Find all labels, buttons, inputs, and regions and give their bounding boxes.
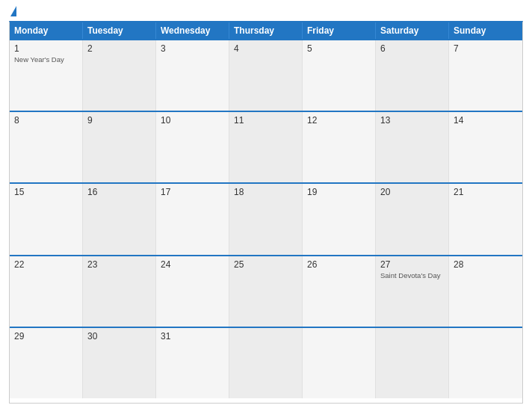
day-number: 7: [454, 43, 518, 54]
day-number: 17: [161, 187, 224, 197]
cal-cell: 15: [10, 184, 83, 254]
cal-cell: 9: [83, 112, 156, 182]
day-header-saturday: Saturday: [376, 22, 449, 39]
day-number: 19: [307, 187, 371, 197]
cal-cell: 25: [229, 256, 303, 327]
cal-cell: 23: [83, 256, 156, 327]
cal-cell: 24: [156, 256, 229, 327]
day-number: 22: [14, 259, 78, 270]
holiday-label: New Year's Day: [14, 55, 78, 64]
cal-cell: 16: [83, 184, 156, 254]
cal-cell: 17: [156, 184, 229, 254]
calendar-page: MondayTuesdayWednesdayThursdayFridaySatu…: [0, 0, 532, 411]
cal-cell: 18: [229, 184, 303, 254]
cal-cell: 28: [449, 256, 522, 327]
day-number: 24: [161, 259, 224, 270]
day-number: 16: [87, 187, 151, 197]
day-number: 2: [87, 43, 151, 54]
cal-cell: 20: [376, 184, 449, 254]
logo-triangle-icon: [10, 6, 16, 16]
cal-cell: 1New Year's Day: [10, 40, 83, 111]
cal-cell: 2: [83, 40, 156, 111]
header: [9, 7, 523, 16]
day-number: 14: [454, 115, 518, 126]
cal-cell: [376, 328, 449, 398]
week-row-2: 891011121314: [10, 111, 522, 182]
cal-cell: 27Saint Devota's Day: [376, 256, 449, 327]
day-number: 23: [87, 259, 151, 270]
day-header-friday: Friday: [303, 22, 376, 39]
cal-cell: 10: [156, 112, 229, 182]
day-number: 25: [234, 259, 297, 270]
day-number: 21: [454, 187, 518, 197]
cal-cell: [449, 328, 522, 398]
day-header-monday: Monday: [10, 22, 83, 39]
cal-cell: 19: [303, 184, 376, 254]
day-number: 27: [380, 259, 444, 270]
cal-cell: 13: [376, 112, 449, 182]
holiday-label: Saint Devota's Day: [380, 271, 444, 279]
day-header-tuesday: Tuesday: [83, 22, 156, 39]
day-number: 5: [307, 43, 371, 54]
day-header-wednesday: Wednesday: [156, 22, 229, 39]
cal-cell: 30: [83, 328, 156, 398]
cal-cell: 11: [229, 112, 303, 182]
cal-cell: 14: [449, 112, 522, 182]
calendar-header-row: MondayTuesdayWednesdayThursdayFridaySatu…: [10, 22, 522, 39]
cal-cell: 4: [229, 40, 303, 111]
cal-cell: 29: [10, 328, 83, 398]
day-number: 20: [380, 187, 444, 197]
cal-cell: 5: [303, 40, 376, 111]
day-number: 8: [14, 115, 78, 126]
day-number: 6: [380, 43, 444, 54]
week-row-4: 222324252627Saint Devota's Day28: [10, 255, 522, 327]
logo: [9, 7, 16, 16]
day-number: 15: [14, 187, 78, 197]
day-number: 26: [307, 259, 371, 270]
day-number: 18: [234, 187, 297, 197]
week-row-1: 1New Year's Day234567: [10, 39, 522, 111]
day-number: 10: [161, 115, 224, 126]
cal-cell: 31: [156, 328, 229, 398]
calendar: MondayTuesdayWednesdayThursdayFridaySatu…: [9, 21, 523, 404]
day-number: 3: [161, 43, 224, 54]
day-header-sunday: Sunday: [449, 22, 522, 39]
day-number: 4: [234, 43, 297, 54]
cal-cell: 22: [10, 256, 83, 327]
day-number: 28: [454, 259, 518, 270]
week-row-5: 293031: [10, 327, 522, 398]
day-number: 12: [307, 115, 371, 126]
calendar-body: 1New Year's Day2345678910111213141516171…: [10, 39, 522, 398]
cal-cell: 26: [303, 256, 376, 327]
day-number: 29: [14, 331, 78, 342]
day-number: 13: [380, 115, 444, 126]
day-number: 31: [161, 331, 224, 342]
cal-cell: 6: [376, 40, 449, 111]
cal-cell: 3: [156, 40, 229, 111]
week-row-3: 15161718192021: [10, 182, 522, 254]
cal-cell: 7: [449, 40, 522, 111]
cal-cell: 21: [449, 184, 522, 254]
day-header-thursday: Thursday: [229, 22, 303, 39]
day-number: 1: [14, 43, 78, 54]
day-number: 30: [87, 331, 151, 342]
cal-cell: 8: [10, 112, 83, 182]
cal-cell: 12: [303, 112, 376, 182]
day-number: 9: [87, 115, 151, 126]
day-number: 11: [234, 115, 297, 126]
cal-cell: [303, 328, 376, 398]
cal-cell: [229, 328, 303, 398]
